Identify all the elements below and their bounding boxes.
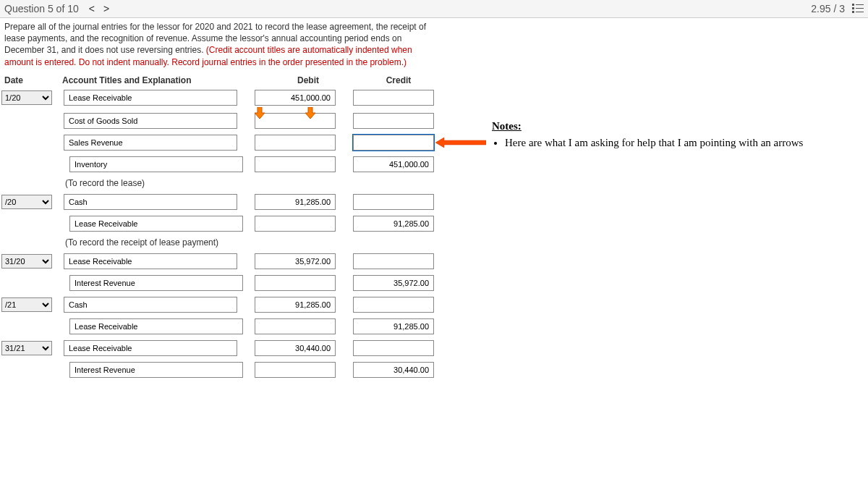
je-row: /21 [1,297,868,313]
je-row [1,318,868,334]
account-title-input[interactable] [69,156,243,172]
debit-input[interactable] [255,135,336,151]
arrow-down-icon [255,107,265,119]
credit-input[interactable] [353,90,434,106]
je-row: 31/21 [1,340,868,356]
account-title-input[interactable] [69,362,243,378]
account-title-input[interactable] [69,318,243,334]
je-row: /20 [1,194,868,210]
je-row: 31/20 [1,253,868,269]
arrow-left-icon [435,138,486,148]
date-select[interactable]: 31/20 [1,254,52,269]
account-title-input[interactable] [64,135,237,151]
debit-input[interactable] [255,90,336,106]
credit-input[interactable] [353,340,434,356]
account-title-input[interactable] [64,340,237,356]
date-select[interactable]: /21 [1,297,52,312]
je-row [1,216,868,232]
debit-input[interactable] [255,318,336,334]
col-date-header: Date [4,75,62,85]
debit-input[interactable] [255,156,336,172]
svg-marker-2 [435,138,486,148]
je-row: 1/20 [1,90,868,106]
account-title-input[interactable] [64,113,237,129]
credit-input[interactable] [353,275,434,291]
account-title-input[interactable] [69,275,243,291]
svg-marker-0 [255,107,265,119]
instructions-text: Prepare all of the journal entries for t… [0,18,434,71]
prev-question-button[interactable]: < [85,3,99,14]
col-credit-header: Credit [352,75,446,85]
je-row [1,156,868,172]
credit-input[interactable] [353,362,434,378]
question-list-icon[interactable] [852,4,864,14]
debit-input[interactable] [255,275,336,291]
debit-input[interactable] [255,340,336,356]
col-title-header: Account Titles and Explanation [62,75,265,85]
account-title-input[interactable] [64,297,237,313]
next-question-button[interactable]: > [99,3,114,14]
credit-input[interactable] [353,113,434,129]
account-title-input[interactable] [69,216,243,232]
je-row [1,275,868,291]
explanation-text: (To record the receipt of lease payment) [65,237,868,248]
question-header: Question 5 of 10 < > 2.95 / 3 [0,0,868,18]
date-select[interactable]: 1/20 [1,90,52,105]
date-select[interactable]: 31/21 [1,341,52,355]
explanation-text: (To record the lease) [65,178,868,188]
col-debit-header: Debit [265,75,352,85]
credit-input[interactable] [353,216,434,232]
account-title-input[interactable] [64,90,237,106]
debit-input[interactable] [255,113,336,129]
debit-input[interactable] [255,253,336,269]
column-headers: Date Account Titles and Explanation Debi… [0,71,868,90]
question-number: Question 5 of 10 [4,3,79,14]
account-title-input[interactable] [64,253,237,269]
score-display: 2.95 / 3 [811,3,845,14]
je-row [1,362,868,378]
debit-input[interactable] [255,216,336,232]
credit-input[interactable] [353,194,434,210]
debit-input[interactable] [255,297,336,313]
svg-marker-1 [305,107,315,119]
credit-input[interactable] [353,156,434,172]
credit-input[interactable] [353,318,434,334]
arrow-down-icon [305,107,315,119]
user-notes: Notes: Here are what I am asking for hel… [492,120,803,151]
notes-heading: Notes: [492,120,803,132]
credit-input[interactable] [353,135,434,151]
notes-bullet: Here are what I am asking for help that … [505,137,803,149]
credit-input[interactable] [353,297,434,313]
debit-input[interactable] [255,194,336,210]
debit-input[interactable] [255,362,336,378]
credit-input[interactable] [353,253,434,269]
account-title-input[interactable] [64,194,237,210]
date-select[interactable]: /20 [1,195,52,209]
